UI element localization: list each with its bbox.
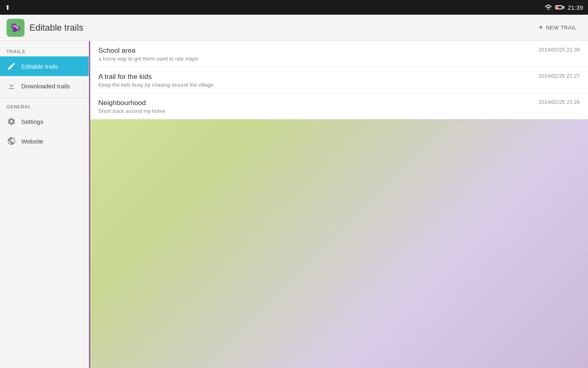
download-icon <box>7 81 16 91</box>
trail-item-row: Neighbourhood 2014/02/25 21:26 <box>98 99 580 107</box>
website-label: Website <box>21 138 43 145</box>
trail-item[interactable]: School area 2014/02/25 21:39 a funny way… <box>90 41 588 67</box>
wifi-icon <box>545 4 552 10</box>
general-section-header: GENERAL <box>0 99 89 112</box>
pencil-icon <box>7 61 16 71</box>
sidebar-item-downloaded-trails[interactable]: Downloaded trails <box>0 76 89 96</box>
trail-item-date: 2014/02/25 21:26 <box>539 99 580 105</box>
svg-point-2 <box>13 28 17 32</box>
main-layout: TRAILS Editable trails Downloaded trails… <box>0 41 588 368</box>
trails-section-header: TRAILS <box>0 44 89 56</box>
trail-item-description: Short track around my home <box>98 108 580 114</box>
settings-icon <box>7 117 16 126</box>
sidebar-item-website[interactable]: Website <box>0 131 89 151</box>
app-bar-left: Editable trails <box>7 19 83 37</box>
time-display: 21:39 <box>568 4 583 11</box>
trail-item-description: Keep the kids busy by chasing around the… <box>98 82 580 88</box>
trail-list: School area 2014/02/25 21:39 a funny way… <box>90 41 588 119</box>
trail-item-date: 2014/02/25 21:27 <box>539 73 580 79</box>
sidebar-item-settings[interactable]: Settings <box>0 112 89 131</box>
downloaded-trails-label: Downloaded trails <box>21 83 70 90</box>
app-bar: Editable trails + NEW TRAIL <box>0 15 588 41</box>
status-bar-left: ⬆ <box>5 4 10 11</box>
content-area: School area 2014/02/25 21:39 a funny way… <box>89 41 588 368</box>
status-bar: ⬆ 21:39 <box>0 0 588 15</box>
sidebar-divider-1 <box>0 97 89 98</box>
globe-icon <box>7 136 16 146</box>
new-trail-button[interactable]: + NEW TRAIL <box>534 20 581 36</box>
battery-icon <box>555 5 564 9</box>
new-trail-label: NEW TRAIL <box>546 25 577 31</box>
editable-trails-label: Editable trails <box>21 63 58 70</box>
settings-label: Settings <box>21 118 43 125</box>
trail-item[interactable]: A trail for the kids 2014/02/25 21:27 Ke… <box>90 67 588 93</box>
app-logo <box>7 19 24 37</box>
trail-item-name: A trail for the kids <box>98 73 151 81</box>
plus-icon: + <box>539 23 543 32</box>
sidebar-item-editable-trails[interactable]: Editable trails <box>0 56 89 76</box>
trail-item[interactable]: Neighbourhood 2014/02/25 21:26 Short tra… <box>90 93 588 119</box>
trail-item-description: a funny way to get them used to use maps <box>98 56 580 62</box>
app-title: Editable trails <box>29 22 83 33</box>
trail-item-name: Neighbourhood <box>98 99 146 107</box>
trail-item-name: School area <box>98 47 136 55</box>
app-logo-icon <box>10 22 21 34</box>
status-bar-right: 21:39 <box>545 4 583 11</box>
sidebar: TRAILS Editable trails Downloaded trails… <box>0 41 89 368</box>
trail-item-row: A trail for the kids 2014/02/25 21:27 <box>98 73 580 81</box>
trail-item-row: School area 2014/02/25 21:39 <box>98 47 580 55</box>
usb-icon: ⬆ <box>5 4 10 11</box>
trail-item-date: 2014/02/25 21:39 <box>539 47 580 53</box>
